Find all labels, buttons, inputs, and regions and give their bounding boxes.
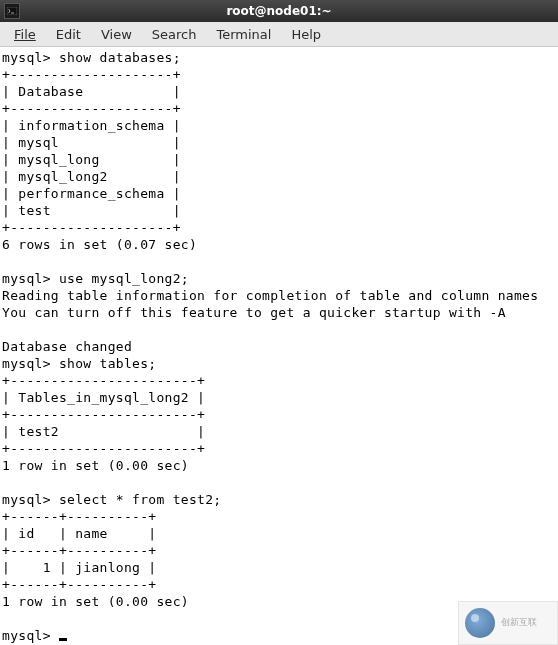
terminal-line: | test2 | — [2, 424, 205, 439]
terminal-line: | mysql | — [2, 135, 181, 150]
terminal-output[interactable]: mysql> show databases; +----------------… — [0, 47, 558, 645]
terminal-line: | mysql_long | — [2, 152, 181, 167]
terminal-line: | mysql_long2 | — [2, 169, 181, 184]
terminal-line: +------+----------+ — [2, 577, 156, 592]
terminal-line: mysql> select * from test2; — [2, 492, 221, 507]
terminal-line: 1 row in set (0.00 sec) — [2, 458, 189, 473]
terminal-line: | 1 | jianlong | — [2, 560, 156, 575]
terminal-line: You can turn off this feature to get a q… — [2, 305, 506, 320]
terminal-line: | test | — [2, 203, 181, 218]
watermark-logo-icon — [465, 608, 495, 638]
terminal-line: +--------------------+ — [2, 67, 181, 82]
watermark-text: 创新互联 — [501, 618, 537, 628]
menu-search[interactable]: Search — [142, 25, 207, 44]
terminal-line: +-----------------------+ — [2, 373, 205, 388]
window-title: root@node01:~ — [28, 4, 530, 18]
terminal-icon — [4, 3, 20, 19]
svg-rect-0 — [7, 7, 17, 15]
terminal-line: +-----------------------+ — [2, 441, 205, 456]
titlebar: root@node01:~ — [0, 0, 558, 22]
terminal-line: 6 rows in set (0.07 sec) — [2, 237, 197, 252]
menu-terminal[interactable]: Terminal — [206, 25, 281, 44]
cursor — [59, 638, 67, 641]
terminal-line: Reading table information for completion… — [2, 288, 538, 303]
terminal-line: +-----------------------+ — [2, 407, 205, 422]
terminal-line: Database changed — [2, 339, 132, 354]
terminal-prompt: mysql> — [2, 628, 59, 643]
terminal-line: | performance_schema | — [2, 186, 181, 201]
terminal-line: +------+----------+ — [2, 509, 156, 524]
terminal-line: | Tables_in_mysql_long2 | — [2, 390, 205, 405]
menu-file[interactable]: File — [4, 25, 46, 44]
terminal-line: +--------------------+ — [2, 101, 181, 116]
terminal-line: | information_schema | — [2, 118, 181, 133]
terminal-line: mysql> show databases; — [2, 50, 181, 65]
terminal-line: +------+----------+ — [2, 543, 156, 558]
menubar: File Edit View Search Terminal Help — [0, 22, 558, 47]
menu-view[interactable]: View — [91, 25, 142, 44]
menu-edit[interactable]: Edit — [46, 25, 91, 44]
terminal-line: mysql> use mysql_long2; — [2, 271, 189, 286]
terminal-line: | id | name | — [2, 526, 156, 541]
terminal-line: +--------------------+ — [2, 220, 181, 235]
terminal-line: mysql> show tables; — [2, 356, 156, 371]
terminal-line: 1 row in set (0.00 sec) — [2, 594, 189, 609]
terminal-line: | Database | — [2, 84, 181, 99]
menu-help[interactable]: Help — [281, 25, 331, 44]
watermark: 创新互联 — [458, 601, 558, 645]
